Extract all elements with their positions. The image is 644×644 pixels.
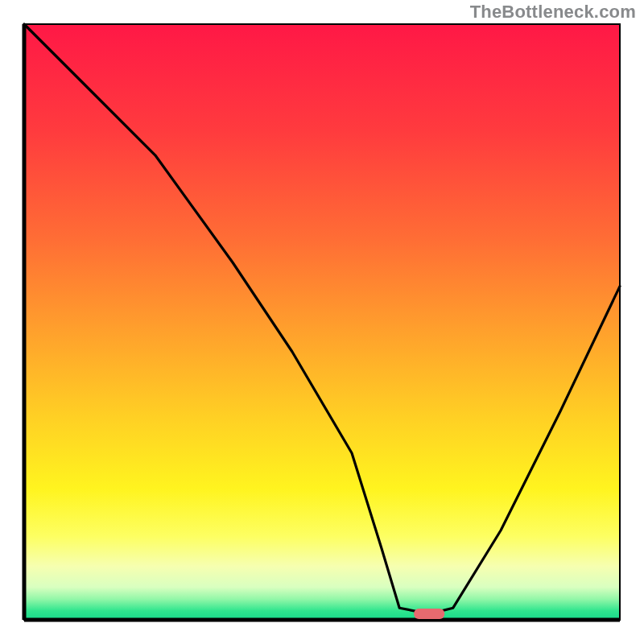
optimal-point-marker: [414, 609, 444, 619]
bottleneck-chart: [0, 0, 644, 644]
chart-stage: TheBottleneck.com: [0, 0, 644, 644]
attribution-label: TheBottleneck.com: [470, 2, 636, 23]
